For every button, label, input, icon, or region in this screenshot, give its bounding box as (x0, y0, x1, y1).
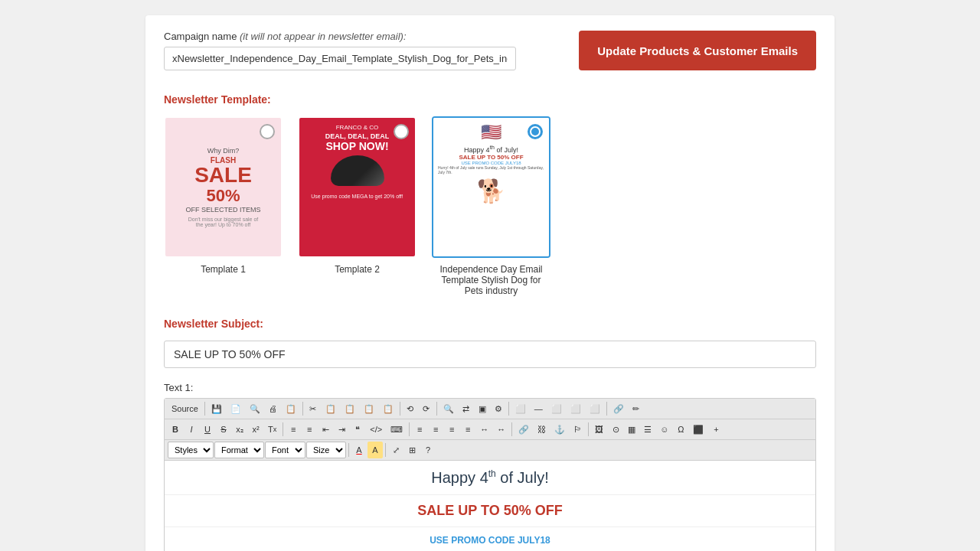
cut-btn[interactable]: ✂ (305, 400, 321, 417)
tpl3-dates: Hurry! 4th of July sale runs Sunday, Jul… (438, 165, 544, 174)
source-btn[interactable]: Source (168, 400, 202, 417)
show-more-btn[interactable]: ✏ (629, 400, 644, 417)
paste-word-btn[interactable]: 📋 (379, 400, 397, 417)
italic-btn[interactable]: I (184, 421, 199, 438)
show-blocks-btn[interactable]: ⊞ (404, 442, 420, 458)
insert-special-btn[interactable]: ⬜ (567, 400, 585, 417)
toolbar-row3: Styles Format Font Size A A ⤢ (165, 440, 815, 461)
editor-content[interactable]: Happy 4th of July! SALE UP TO 50% OFF US… (165, 461, 815, 551)
paste-btn[interactable]: 📋 (341, 400, 359, 417)
paste-text-btn[interactable]: 📋 (360, 400, 378, 417)
widget-btn[interactable]: ⊙ (608, 421, 623, 438)
spellcheck-btn[interactable]: 📋 (282, 400, 300, 417)
unlink-btn[interactable]: ⛓ (534, 421, 550, 438)
table-btn[interactable]: ▦ (624, 421, 639, 438)
list-btn[interactable]: ☰ (640, 421, 655, 438)
template-item-1[interactable]: Why Dim? FLASH SALE 50% OFF SELECTED ITE… (164, 116, 283, 296)
sep2 (302, 402, 303, 416)
align-justify-btn[interactable]: ≡ (460, 421, 475, 438)
template-item-3[interactable]: 🇺🇸 Happy 4th of July! SALE UP TO 50% OFF… (432, 116, 550, 296)
pagebreak-btn[interactable]: ⬛ (689, 421, 707, 438)
update-products-button[interactable]: Update Products & Customer Emails (579, 31, 816, 70)
campaign-label: Campaign name (it will not appear in new… (164, 31, 564, 42)
tpl2-shop: SHOP NOW! (325, 140, 388, 152)
rtl-btn[interactable]: ↔ (493, 421, 509, 438)
insert-iframe-btn[interactable]: ⬜ (586, 400, 604, 417)
ep-section-2: SALE UP TO 50% OFF (165, 495, 815, 527)
template-item-2[interactable]: FRANCO & CO DEAL, DEAL, DEAL SHOP NOW! U… (298, 116, 416, 296)
find-replace-btn[interactable]: ⇄ (459, 400, 474, 417)
tpl3-flag: 🇺🇸 (481, 122, 501, 142)
help-btn[interactable]: ? (420, 442, 436, 458)
emoji-btn[interactable]: ☺ (656, 421, 672, 438)
align-center-btn[interactable]: ≡ (428, 421, 443, 438)
insert-hline-btn[interactable]: — (531, 400, 547, 417)
insert-div-btn[interactable]: ⬜ (511, 400, 530, 417)
sep6 (606, 402, 607, 416)
print-btn[interactable]: 🖨 (265, 400, 281, 417)
format-select[interactable]: Format (214, 442, 264, 458)
sep11 (348, 443, 349, 457)
sep3 (400, 402, 400, 416)
text1-label: Text 1: (164, 382, 816, 393)
language-btn[interactable]: ⌨ (387, 421, 407, 438)
indent-right-btn[interactable]: ⇥ (334, 421, 349, 438)
select-all-btn[interactable]: ▣ (475, 400, 490, 417)
strikethrough-btn[interactable]: S (216, 421, 231, 438)
link-btn[interactable]: 🔗 (514, 421, 533, 438)
bold-btn[interactable]: B (168, 421, 183, 438)
template2-label: Template 2 (335, 264, 380, 275)
subscript-btn[interactable]: x₂ (232, 421, 247, 438)
copy-btn[interactable]: 📋 (322, 400, 340, 417)
sep1 (204, 402, 205, 416)
link-quick-btn[interactable]: 🔗 (609, 400, 628, 417)
tpl2-deal: DEAL, DEAL, DEAL (325, 132, 390, 140)
preview-btn[interactable]: 🔍 (246, 400, 264, 417)
removeformat-quick-btn[interactable]: ⚙ (491, 400, 506, 417)
email-preview: Happy 4th of July! SALE UP TO 50% OFF US… (165, 461, 815, 551)
indent-left-btn[interactable]: ⇤ (318, 421, 333, 438)
save-btn[interactable]: 💾 (207, 400, 226, 417)
tpl1-50: 50% (206, 186, 240, 206)
align-left-btn[interactable]: ≡ (412, 421, 427, 438)
sep4 (436, 402, 437, 416)
more-btn[interactable]: + (708, 421, 724, 438)
redo-btn[interactable]: ⟳ (419, 400, 434, 417)
template1-radio[interactable] (260, 124, 275, 139)
insert-smiley-btn[interactable]: ⬜ (547, 400, 566, 417)
maximize-btn[interactable]: ⤢ (388, 442, 403, 458)
ltr-btn[interactable]: ↔ (476, 421, 492, 438)
newsletter-subject-input[interactable] (164, 341, 816, 368)
template3-radio[interactable] (528, 124, 543, 139)
align-right-btn[interactable]: ≡ (444, 421, 459, 438)
superscript-btn[interactable]: x² (248, 421, 263, 438)
flag-btn[interactable]: 🏳 (570, 421, 586, 438)
template-preview-3: 🇺🇸 Happy 4th of July! SALE UP TO 50% OFF… (432, 116, 550, 258)
ordered-list-btn[interactable]: ≡ (286, 421, 301, 438)
bg-color-btn[interactable]: A (368, 442, 383, 458)
font-color-btn[interactable]: A (351, 442, 367, 458)
campaign-label-note: (it will not appear in newsletter email)… (240, 31, 406, 42)
removeformat-btn[interactable]: Tx (264, 421, 280, 438)
template2-radio[interactable] (394, 124, 409, 139)
ep-promo-prefix: USE PROMO CODE (430, 535, 518, 546)
find-btn[interactable]: 🔍 (439, 400, 458, 417)
ep-promo-code: JULY18 (518, 535, 550, 546)
newsletter-subject-section: Newsletter Subject: (164, 318, 816, 382)
tpl3-dog-emoji: 🐕 (477, 178, 505, 204)
font-select[interactable]: Font (265, 442, 305, 458)
underline-btn[interactable]: U (200, 421, 215, 438)
template-preview-2: FRANCO & CO DEAL, DEAL, DEAL SHOP NOW! U… (298, 116, 416, 258)
special-chars-btn[interactable]: Ω (673, 421, 688, 438)
campaign-name-input[interactable] (164, 47, 516, 70)
size-select[interactable]: Size (306, 442, 346, 458)
styles-select[interactable]: Styles (168, 442, 214, 458)
code-btn[interactable]: </> (366, 421, 386, 438)
new-btn[interactable]: 📄 (227, 400, 245, 417)
unordered-list-btn[interactable]: ≡ (302, 421, 317, 438)
image-btn[interactable]: 🖼 (591, 421, 607, 438)
undo-btn[interactable]: ⟲ (403, 400, 418, 417)
blockquote-btn[interactable]: ❝ (350, 421, 365, 438)
anchor-btn[interactable]: ⚓ (550, 421, 569, 438)
toolbar-row1: Source 💾 📄 🔍 🖨 📋 ✂ 📋 📋 📋 📋 ⟲ ⟳ (165, 399, 815, 419)
